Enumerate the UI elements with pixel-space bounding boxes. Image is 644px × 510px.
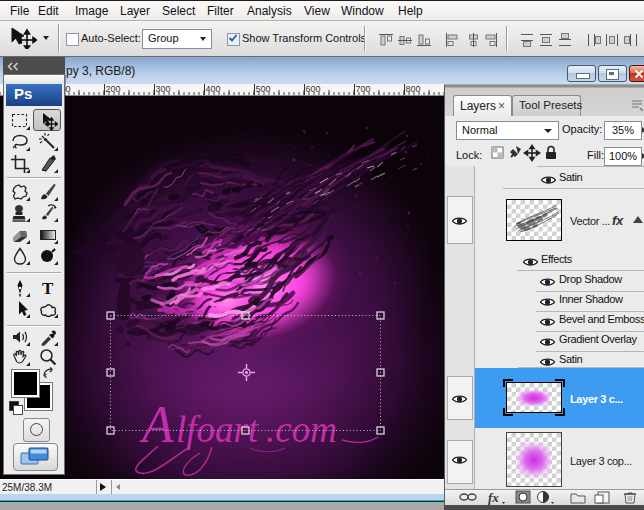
svg-text:.com: .com (266, 409, 337, 450)
svg-text:T: T (42, 279, 54, 298)
svg-text:lfoart: lfoart (176, 409, 260, 450)
svg-text:fx: fx (488, 490, 499, 505)
svg-text:A: A (139, 396, 175, 453)
